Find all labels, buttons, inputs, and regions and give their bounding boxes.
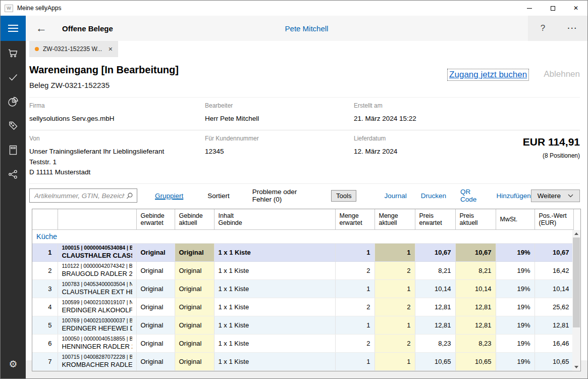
tab-close-icon[interactable]: ✕ — [108, 46, 113, 53]
sidebar-item-prices[interactable] — [1, 114, 26, 138]
cell-menge-aktuell[interactable]: 1 — [375, 279, 415, 298]
scroll-up-button[interactable] — [572, 230, 580, 238]
back-button[interactable]: ← — [36, 23, 47, 34]
gruppiert-toggle[interactable]: Gruppiert — [155, 192, 183, 200]
more-options-button[interactable]: ··· — [558, 16, 587, 41]
cell-gebinde-aktuell[interactable]: Original — [175, 316, 214, 334]
tab-strip: ZW-0321-152235 W... ✕ — [26, 41, 587, 57]
cell-menge-erwartet: 1 — [335, 316, 375, 334]
table-scrollbar[interactable] — [572, 230, 580, 371]
close-icon: ✕ — [573, 5, 578, 12]
scrollbar-track[interactable] — [572, 238, 580, 363]
cell-preis-aktuell[interactable]: 10,67 — [455, 243, 496, 261]
artikel-name: ERDINGER ALKOHOLFR 2... — [62, 306, 132, 314]
cell-menge-aktuell[interactable]: 2 — [375, 298, 415, 316]
hamburger-icon — [8, 24, 19, 32]
cell-preis-aktuell[interactable]: 10,14 — [455, 279, 496, 298]
document-actions: Zugang jetzt buchen Ablehnen — [448, 64, 580, 89]
drucken-link[interactable]: Drucken — [421, 192, 446, 200]
help-button[interactable]: ? — [528, 16, 558, 41]
artikel-code: 100783 | 04053400003504 | Nich... — [62, 281, 132, 288]
sidebar-item-network[interactable] — [1, 162, 26, 186]
group-header-row[interactable]: Küche — [32, 229, 573, 243]
col-mwst[interactable]: MwSt. — [496, 209, 534, 229]
col-gebinde-aktuell[interactable]: Gebinde aktuell — [175, 209, 214, 229]
minimize-button[interactable] — [518, 1, 541, 16]
col-pos-wert[interactable]: Pos.-Wert (EUR) — [534, 209, 573, 229]
unsaved-dot-icon — [35, 47, 39, 51]
table-row[interactable]: 1 100015 | 00000040534084 | Bier... CLAU… — [32, 243, 573, 261]
document-meta: Firma sellysolutions Serv.ges.mbH Bearbe… — [29, 97, 580, 184]
journal-link[interactable]: Journal — [384, 192, 406, 200]
cell-preis-aktuell[interactable]: 10,65 — [455, 352, 496, 370]
close-button[interactable]: ✕ — [564, 1, 587, 16]
scrollbar-thumb[interactable] — [573, 238, 580, 327]
table-row[interactable]: 4 100599 | 04002103019107 | Nich... ERDI… — [32, 298, 573, 316]
scroll-down-button[interactable] — [572, 363, 580, 371]
article-search-box[interactable] — [29, 188, 137, 203]
sidebar-item-settings[interactable]: ⚙ — [1, 352, 26, 376]
cell-menge-aktuell[interactable]: 2 — [375, 261, 415, 279]
cell-preis-aktuell[interactable]: 12,81 — [455, 298, 496, 316]
qr-code-link[interactable]: QR Code — [460, 188, 482, 203]
cell-preis-aktuell[interactable]: 8,21 — [455, 261, 496, 279]
col-artikel[interactable] — [58, 209, 136, 229]
col-pos[interactable] — [32, 209, 58, 229]
col-menge-erwartet[interactable]: Menge erwartet — [335, 209, 375, 229]
sortiert-toggle[interactable]: Sortiert — [207, 192, 230, 200]
cell-preis-aktuell[interactable]: 8,23 — [455, 334, 496, 352]
field-bearbeiter: Bearbeiter Herr Pete Mitchell — [205, 102, 354, 124]
page-title: Offene Belege — [62, 24, 113, 33]
table-row[interactable]: 5 100769 | 04002103000037 | Bier... ERDI… — [32, 316, 573, 334]
cell-menge-aktuell[interactable]: 2 — [375, 334, 415, 352]
col-gebinde-erwartet[interactable]: Gebinde erwartet — [136, 209, 175, 229]
sidebar-item-journal[interactable] — [1, 138, 26, 162]
search-input[interactable] — [33, 192, 126, 200]
cell-gebinde-aktuell[interactable]: Original — [175, 243, 214, 261]
hamburger-menu-button[interactable] — [1, 16, 26, 41]
cell-mwst: 19% — [496, 279, 534, 298]
field-firma: Firma sellysolutions Serv.ges.mbH — [29, 102, 205, 124]
cell-gebinde-aktuell[interactable]: Original — [175, 298, 214, 316]
artikel-name: CLAUSTHALER EXT HERB... — [62, 288, 132, 296]
cell-position: 7 — [32, 352, 58, 370]
field-value: 12345 — [205, 147, 354, 157]
minimize-icon — [527, 8, 532, 9]
cell-gebinde-aktuell[interactable]: Original — [175, 334, 214, 352]
positions-table: Gebinde erwartet Gebinde aktuell Inhalt … — [32, 209, 581, 371]
search-icon — [126, 192, 133, 200]
cell-menge-aktuell[interactable]: 1 — [375, 316, 415, 334]
artikel-name: ERDINGER HEFEWEI DKL... — [62, 324, 132, 333]
maximize-button[interactable] — [541, 1, 564, 16]
col-menge-aktuell[interactable]: Menge aktuell — [375, 209, 415, 229]
col-inhalt-gebinde[interactable]: Inhalt Gebinde — [214, 209, 335, 229]
field-value: 21. März 2024 15:22 — [354, 114, 505, 124]
weitere-dropdown[interactable]: Weitere — [531, 190, 580, 202]
cell-preis-aktuell[interactable]: 12,81 — [455, 316, 496, 334]
triangle-up-icon — [574, 232, 578, 235]
table-row[interactable]: 7 100715 | 04008287072228 | Bier... KROM… — [32, 352, 573, 370]
tools-button[interactable]: Tools — [331, 190, 356, 202]
col-preis-aktuell[interactable]: Preis aktuell — [455, 209, 496, 229]
group-label: Küche — [32, 229, 573, 243]
book-receipt-link[interactable]: Zugang jetzt buchen — [448, 69, 528, 80]
cell-menge-aktuell[interactable]: 1 — [375, 243, 415, 261]
probleme-filter[interactable]: Probleme oder Fehler (0) — [252, 188, 311, 203]
reject-button[interactable]: Ablehnen — [544, 69, 580, 79]
document-tab[interactable]: ZW-0321-152235 W... ✕ — [29, 41, 118, 57]
cell-gebinde-aktuell[interactable]: Original — [175, 261, 214, 279]
table-row[interactable]: 2 110122 | 00000042074342 | Bier... BRAU… — [32, 261, 573, 279]
hinzufuegen-link[interactable]: Hinzufügen — [496, 192, 530, 200]
cell-menge-aktuell[interactable]: 1 — [375, 352, 415, 370]
col-preis-erwartet[interactable]: Preis erwartet — [415, 209, 455, 229]
cell-gebinde-aktuell[interactable]: Original — [175, 279, 214, 298]
cell-gebinde-aktuell[interactable]: Original — [175, 352, 214, 370]
sidebar-item-tasks[interactable] — [1, 65, 26, 89]
sidebar-item-cart[interactable] — [1, 41, 26, 65]
document-title: Wareneingang [In Bearbeitung] — [29, 64, 179, 76]
table-row[interactable]: 6 100050 | 00000040518855 | Bier... HENN… — [32, 334, 573, 352]
sidebar-item-statistics[interactable] — [1, 89, 26, 114]
user-account-link[interactable]: Pete Mitchell — [285, 24, 329, 33]
table-row[interactable]: 3 100783 | 04053400003504 | Nich... CLAU… — [32, 279, 573, 298]
gear-icon: ⚙ — [9, 358, 17, 370]
